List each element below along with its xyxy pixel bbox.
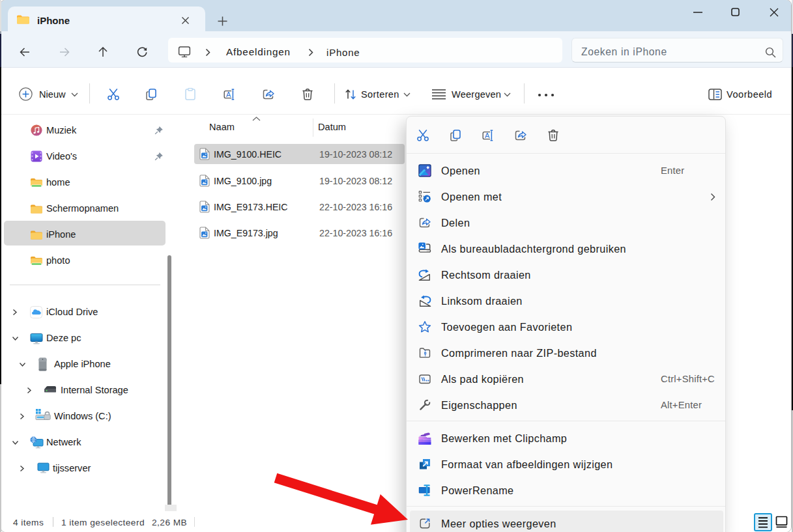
svg-text:A: A	[485, 132, 490, 139]
svg-text:A: A	[226, 91, 231, 98]
